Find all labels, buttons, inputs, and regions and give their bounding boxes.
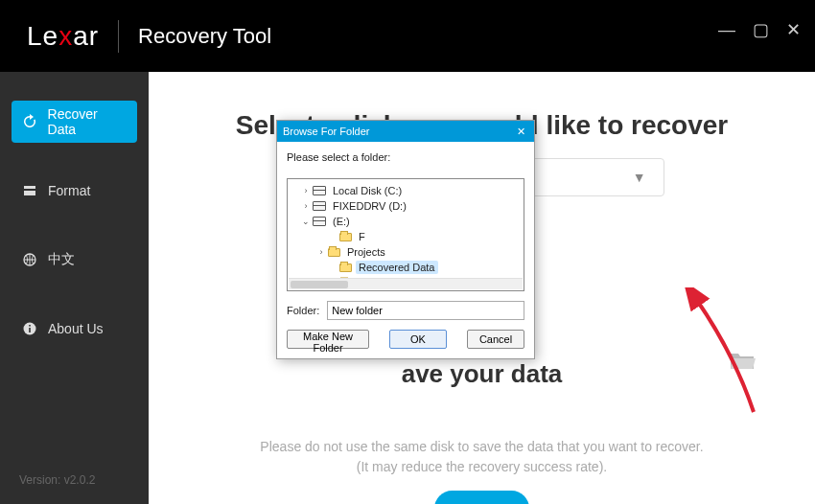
sidebar-item-label: Format (48, 183, 90, 198)
info-icon (21, 320, 38, 337)
sidebar-item-label: Recover Data (48, 106, 128, 137)
sidebar-item-recover-data[interactable]: Recover Data (12, 101, 137, 143)
sidebar: Recover Data Format 中文 About Us Version:… (0, 72, 149, 504)
tree-item-folder-f[interactable]: F (290, 229, 522, 244)
svg-rect-5 (29, 325, 31, 327)
chevron-down-icon: ▼ (633, 170, 646, 185)
drive-icon (313, 186, 326, 195)
expand-icon[interactable]: › (301, 186, 311, 195)
ok-button[interactable]: OK (389, 330, 447, 349)
format-icon (21, 182, 38, 199)
app-title: Recovery Tool (138, 24, 271, 49)
sidebar-item-label: 中文 (48, 251, 75, 268)
folder-name-row: Folder: (287, 301, 524, 320)
expand-icon[interactable]: › (316, 247, 326, 257)
collapse-icon[interactable]: ⌄ (301, 217, 311, 226)
folder-icon (339, 263, 352, 272)
tree-item-folder-projects[interactable]: › Projects (290, 244, 522, 260)
tree-item-drive-d[interactable]: › FIXEDDRV (D:) (290, 198, 522, 214)
tree-label: Local Disk (C:) (330, 184, 405, 197)
drive-icon (313, 201, 326, 211)
svg-rect-4 (29, 328, 31, 332)
dialog-buttons: Make New Folder OK Cancel (287, 330, 524, 349)
folder-field-label: Folder: (287, 305, 319, 316)
sidebar-item-label: About Us (48, 321, 104, 336)
window-controls: — ▢ ✕ (718, 21, 801, 38)
svg-rect-0 (24, 186, 35, 189)
expand-icon[interactable]: › (301, 201, 311, 211)
tree-label: Recovered Data (356, 261, 438, 274)
title-bar: Lexar Recovery Tool — ▢ ✕ (0, 0, 815, 72)
tree-label: FIXEDDRV (D:) (330, 199, 409, 213)
logo-part: Le (27, 21, 58, 51)
dialog-prompt: Please select a folder: (287, 151, 524, 163)
sidebar-item-language[interactable]: 中文 (12, 239, 137, 281)
tree-label: F (356, 230, 368, 243)
brand-logo: Lexar (27, 21, 99, 52)
minimize-icon[interactable]: — (718, 21, 735, 38)
cancel-button[interactable]: Cancel (467, 330, 524, 349)
recover-icon (21, 113, 38, 130)
browse-folder-dialog: Browse For Folder ✕ Please select a fold… (276, 120, 535, 359)
next-button[interactable]: Next (434, 491, 529, 504)
note-line: (It may reduce the recovery success rate… (357, 459, 607, 474)
dialog-close-icon[interactable]: ✕ (513, 126, 528, 138)
dialog-titlebar[interactable]: Browse For Folder ✕ (277, 121, 534, 142)
tree-label: (E:) (330, 215, 353, 228)
folder-tree[interactable]: › Local Disk (C:) › FIXEDDRV (D:) ⌄ (E:) (287, 178, 524, 291)
warning-note: Please do not use the same disk to save … (149, 437, 815, 477)
divider (118, 20, 119, 53)
heading2-visible: ave your data (402, 359, 563, 388)
logo-x: x (58, 21, 73, 51)
folder-icon (339, 233, 352, 241)
folder-icon (328, 248, 340, 257)
svg-rect-1 (24, 191, 35, 195)
note-line: Please do not use the same disk to save … (260, 439, 703, 454)
globe-icon (21, 251, 38, 268)
dialog-title: Browse For Folder (283, 126, 369, 137)
make-new-folder-button[interactable]: Make New Folder (287, 330, 369, 349)
sidebar-item-about[interactable]: About Us (12, 308, 137, 350)
folder-name-input[interactable] (327, 301, 524, 320)
logo-part: ar (73, 21, 99, 51)
tree-item-drive-e[interactable]: ⌄ (E:) (290, 214, 522, 229)
browse-folder-icon[interactable] (729, 350, 756, 371)
page-heading-2: ave your data (149, 359, 815, 389)
sidebar-item-format[interactable]: Format (12, 170, 137, 212)
version-label: Version: v2.0.2 (19, 473, 95, 487)
horizontal-scrollbar[interactable] (289, 278, 523, 289)
tree-item-drive-c[interactable]: › Local Disk (C:) (290, 183, 522, 198)
dialog-body: Please select a folder: › Local Disk (C:… (277, 142, 534, 358)
tree-item-folder-recovered-data[interactable]: Recovered Data (290, 260, 522, 275)
close-icon[interactable]: ✕ (786, 21, 801, 38)
drive-icon (313, 217, 326, 226)
tree-label: Projects (344, 245, 388, 259)
maximize-icon[interactable]: ▢ (753, 21, 769, 38)
